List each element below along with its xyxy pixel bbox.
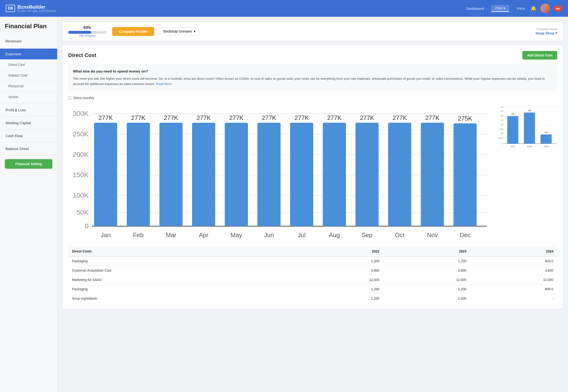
table-cell-2024: 4,800 [470,266,557,275]
sidebar-item-cash-flow[interactable]: Cash Flow [0,130,57,141]
progress-bar-wrap [68,31,107,34]
company-name-label: Company Name [535,28,557,31]
svg-text:50K: 50K [77,209,89,216]
sidebar-item-personnel[interactable]: Personnel [0,81,57,92]
progress-label: Plan Progress [79,34,96,37]
bar-mar [159,123,182,226]
company-profile-button[interactable]: Company Profile [112,27,154,36]
svg-text:277K: 277K [98,114,113,121]
table-cell-2024: 12,000 [470,275,557,285]
show-monthly-checkbox[interactable] [68,97,71,99]
svg-text:2024: 2024 [544,145,549,148]
chevron-down-icon: ▾ [555,31,557,35]
sidebar-item-direct-cost[interactable]: Direct Cost [0,59,57,70]
svg-text:3M: 3M [511,113,514,115]
svg-text:277K: 277K [164,114,178,121]
sidebar-item-revenues[interactable]: Revenues [0,36,57,46]
main-content: 60% Plan Progress Company Profile Bootst… [57,17,568,392]
bar-jun [257,123,281,226]
table-cell-2023: 1,000 [383,294,470,303]
bar-aug [323,123,346,226]
top-bar: 60% Plan Progress Company Profile Bootst… [62,22,563,41]
sidebar-item-expenses[interactable]: Expenses [0,49,57,59]
bar-may [225,123,248,226]
table-cell-name: Marketing for SAAS [68,275,296,285]
svg-text:Jul: Jul [298,232,306,238]
table-cell-2024: 600.0 [470,256,557,266]
bar-jan [94,123,117,226]
avatar[interactable] [540,4,550,13]
financial-setting-button[interactable]: Financial Setting [5,159,52,169]
sidebar-item-profit-loss[interactable]: Profit & Loss [0,105,57,115]
lang-badge[interactable]: en [554,5,562,12]
company-name-value[interactable]: Soup Shop ▾ [535,31,557,35]
bar-feb [127,123,150,226]
sidebar-item-working-capital[interactable]: Working Capital [0,117,57,128]
sidebar-item-indirect-cost[interactable]: Indirect Cost [0,70,57,81]
svg-text:Feb: Feb [133,232,144,238]
add-direct-cost-button[interactable]: Add Direct Cost [522,51,557,60]
bar-sep [356,123,379,226]
logo-box: BB [6,5,15,12]
read-more-link[interactable]: Read More [156,82,172,86]
svg-text:150K: 150K [73,171,88,179]
table-cell-2022: 1,200 [296,256,383,266]
table-header-2022: 2022 [296,247,383,256]
sidebar-item-balance-sheet[interactable]: Balance Sheet [0,143,57,154]
svg-text:Dec: Dec [460,232,471,238]
svg-text:2023: 2023 [527,145,532,148]
bell-icon[interactable]: 🔔 [531,5,537,11]
svg-text:275K: 275K [458,115,472,122]
progress-bar-fill [68,31,91,34]
sidebar: Financial Plan Revenues Expenses Direct … [0,17,57,392]
svg-text:1.5M: 1.5M [499,128,504,130]
table-cell-name: Packaging [68,285,296,294]
logo-area[interactable]: BB BznsBuilder YOUR VIRTUAL COFOUNDER [6,4,56,13]
logo-text: BznsBuilder YOUR VIRTUAL COFOUNDER [17,4,56,13]
svg-text:Aug: Aug [329,232,340,238]
table-row: Packaging 1,200 1,200 600.0 [68,285,557,294]
info-box: What else do you need to spend money on?… [68,64,557,91]
svg-text:277K: 277K [262,114,276,121]
table-cell-2023: 1,200 [383,256,470,266]
table-cell-2024: 600.0 [470,285,557,294]
yearly-chart-svg: 4M 3M 3M 2M 2M 1.5M 1M 500K 0 [495,104,557,148]
sidebar-item-assets[interactable]: Assets [0,92,57,102]
company-name-area: Company Name Soup Shop ▾ [535,28,557,35]
table-cell-2024: - [470,294,557,303]
monthly-chart-svg: 300K 250K 200K 150K 100K 50K 0 [68,104,490,240]
svg-text:500K: 500K [498,137,504,139]
sidebar-title: Financial Plan [0,23,57,36]
svg-text:1M: 1M [500,132,503,135]
direct-costs-table: Direct Costs 2022 2023 2024 Packaging 1,… [68,247,557,303]
chevron-down-icon: ▾ [194,29,195,33]
table-header-2023: 2023 [383,247,470,256]
bar-dec [453,124,477,226]
svg-text:0: 0 [85,222,89,230]
progress-percent: 60% [83,26,91,30]
nav-plan[interactable]: Plan ▾ [491,5,509,12]
table-cell-2023: 4,800 [383,266,470,275]
bar-apr [192,123,215,226]
svg-text:277K: 277K [131,114,145,121]
nav-pitch[interactable]: Pitch [517,6,525,11]
nav-dashboard[interactable]: Dashboard [466,6,484,11]
scenario-dropdown[interactable]: Bootstrap Scenario ▾ [160,27,199,35]
svg-text:Jan: Jan [101,232,111,238]
svg-text:250K: 250K [73,130,88,138]
bar-oct [388,123,411,226]
svg-text:277K: 277K [327,114,342,121]
panel-header: Direct Cost Add Direct Cost [68,51,557,60]
svg-text:0: 0 [502,142,503,145]
bar-nov [421,123,444,226]
svg-text:Oct: Oct [395,232,405,238]
svg-text:200K: 200K [73,151,88,158]
table-row: Packaging 1,200 1,200 600.0 [68,256,557,266]
panel-title: Direct Cost [68,52,96,58]
bar-jul [290,123,313,226]
svg-text:3M: 3M [500,115,503,117]
svg-text:277K: 277K [229,114,244,121]
svg-text:Apr: Apr [199,232,208,238]
info-box-text: The more you sell, the higher your direc… [73,76,553,86]
svg-text:277K: 277K [294,114,309,121]
